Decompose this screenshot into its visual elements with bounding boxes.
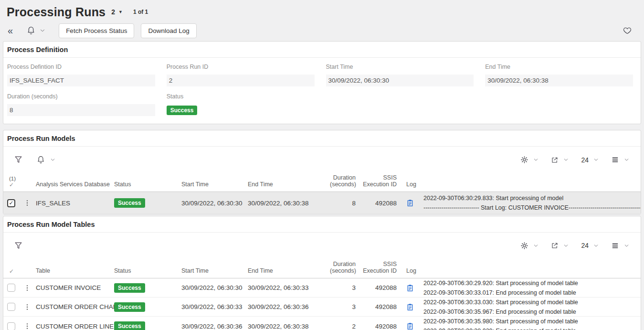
row-checkbox[interactable]	[7, 322, 15, 330]
column-header-log[interactable]: Log	[401, 267, 422, 275]
row-density-button[interactable]	[611, 156, 629, 164]
row-end-time: 30/09/2022, 06:30:38	[248, 323, 330, 330]
column-header-log[interactable]: Log	[401, 181, 422, 188]
log-line-1: 2022-09-30T06:30:29.833: Start processin…	[423, 193, 641, 203]
log-line-2: 2022-09-30T06:30:33.017: End processing …	[423, 288, 641, 298]
log-button[interactable]	[401, 303, 422, 311]
filter-icon	[14, 241, 23, 250]
kebab-menu-icon	[23, 199, 31, 207]
list-density-icon	[611, 242, 619, 250]
field-value: IFS_SALES_FACT	[7, 75, 155, 86]
select-all-checkbox[interactable]: (1) ✓	[4, 176, 23, 188]
status-badge: Success	[114, 198, 145, 208]
row-checkbox[interactable]	[7, 199, 15, 207]
page-title: Processing Runs	[7, 5, 106, 19]
field-label: End Time	[485, 64, 633, 70]
collapse-panel-button[interactable]: «	[8, 26, 13, 35]
row-end-time: 30/09/2022, 06:30:33	[248, 284, 330, 291]
row-checkbox[interactable]	[7, 284, 15, 292]
log-document-icon	[406, 322, 414, 330]
status-badge: Success	[114, 302, 145, 312]
page-header: Processing Runs 2 ▼ 1 of 1	[0, 0, 644, 20]
notifications-button[interactable]	[26, 26, 45, 35]
row-start-time: 30/09/2022, 06:30:30	[181, 200, 248, 207]
export-button[interactable]	[551, 156, 569, 164]
log-line-2: ---------------------------- Start Log: …	[423, 203, 641, 213]
record-count: 2	[111, 8, 115, 16]
column-header-end-time[interactable]: End Time	[248, 267, 330, 275]
column-header-status[interactable]: Status	[114, 267, 181, 275]
table-row[interactable]: CUSTOMER ORDER CHARGE Success 30/09/2022…	[3, 298, 641, 317]
column-header-ssis-id[interactable]: SSIS Execution ID	[359, 261, 401, 275]
selected-count: (1)	[9, 176, 16, 181]
table-header: ✓ Table Status Start Time End Time Durat…	[3, 258, 641, 278]
row-ssis-id: 492088	[359, 323, 401, 330]
section-title: Process Definition	[3, 42, 641, 58]
row-checkbox[interactable]	[7, 303, 15, 311]
log-line-2: 2022-09-30T06:30:35.967: End processing …	[423, 307, 641, 317]
field-label: Start Time	[326, 64, 474, 70]
column-header-start-time[interactable]: Start Time	[181, 267, 248, 275]
column-header-ssis-id[interactable]: SSIS Execution ID	[359, 174, 401, 188]
row-duration: 2	[330, 323, 359, 330]
table-settings-button[interactable]	[520, 242, 538, 250]
gear-icon	[520, 242, 528, 250]
heart-icon	[623, 26, 632, 35]
log-document-icon	[406, 303, 414, 311]
page-size-dropdown[interactable]: 24	[581, 242, 599, 249]
fetch-process-status-button[interactable]: Fetch Process Status	[59, 23, 134, 38]
log-button[interactable]	[401, 322, 422, 330]
process-definition-fields: Process Defintion ID IFS_SALES_FACT Proc…	[3, 58, 641, 124]
row-menu-button[interactable]	[23, 284, 36, 292]
select-all-checkbox[interactable]: ✓	[4, 268, 23, 275]
row-end-time: 30/09/2022, 06:30:36	[248, 303, 330, 310]
chevron-down-icon	[563, 157, 569, 162]
column-header-duration[interactable]: Duration (seconds)	[330, 174, 359, 188]
log-button[interactable]	[401, 284, 422, 292]
filter-button[interactable]	[14, 155, 23, 164]
row-log-text: 2022-09-30T06:30:29.920: Start processin…	[422, 278, 641, 298]
row-menu-button[interactable]	[23, 322, 36, 330]
chevron-down-icon: ▼	[118, 10, 123, 14]
table-row[interactable]: IFS_SALES Success 30/09/2022, 06:30:30 3…	[3, 192, 641, 214]
kebab-menu-icon	[23, 284, 31, 292]
filter-button[interactable]	[14, 241, 23, 250]
log-line-1: 2022-09-30T06:30:33.030: Start processin…	[423, 298, 641, 307]
table-row[interactable]: CUSTOMER ORDER LINE Success 30/09/2022, …	[3, 317, 641, 330]
status-badge: Success	[114, 283, 145, 293]
log-button[interactable]	[401, 199, 422, 207]
field-value: 30/09/2022, 06:30:30	[326, 75, 474, 86]
page-size-dropdown[interactable]: 24	[581, 156, 599, 164]
bell-icon	[26, 26, 36, 35]
table-body: IFS_SALES Success 30/09/2022, 06:30:30 3…	[3, 192, 641, 214]
chevron-down-icon	[593, 157, 599, 162]
column-header-duration[interactable]: Duration (seconds)	[330, 261, 359, 275]
table-toolbar: 24	[3, 147, 641, 173]
check-icon: ✓	[9, 268, 14, 274]
row-log-text: 2022-09-30T06:30:35.980: Start processin…	[422, 317, 641, 330]
row-menu-button[interactable]	[23, 303, 36, 311]
row-menu-button[interactable]	[23, 199, 36, 207]
table-row[interactable]: CUSTOMER INVOICE Success 30/09/2022, 06:…	[3, 278, 641, 298]
export-button[interactable]	[551, 242, 569, 249]
notifications-button[interactable]	[36, 155, 55, 164]
chevron-down-icon	[50, 157, 55, 162]
field-label: Duration (seconds)	[7, 93, 155, 100]
row-start-time: 30/09/2022, 06:30:30	[181, 284, 248, 291]
table-settings-button[interactable]	[520, 156, 538, 164]
column-header-start-time[interactable]: Start Time	[181, 181, 248, 188]
row-duration: 3	[330, 284, 359, 291]
column-header-name[interactable]: Analysis Services Database	[36, 181, 114, 188]
download-log-button[interactable]: Download Log	[141, 23, 196, 38]
section-title: Process Run Model Tables	[3, 216, 641, 233]
chevron-down-icon	[563, 243, 569, 248]
column-header-name[interactable]: Table	[36, 267, 114, 275]
favorite-button[interactable]	[623, 26, 632, 35]
field-label: Status	[167, 93, 315, 100]
row-ssis-id: 492088	[359, 284, 401, 291]
column-header-end-time[interactable]: End Time	[248, 181, 330, 188]
row-density-button[interactable]	[611, 242, 629, 250]
gear-icon	[520, 156, 528, 164]
column-header-status[interactable]: Status	[114, 181, 181, 188]
record-count-dropdown[interactable]: 2 ▼	[111, 8, 123, 16]
